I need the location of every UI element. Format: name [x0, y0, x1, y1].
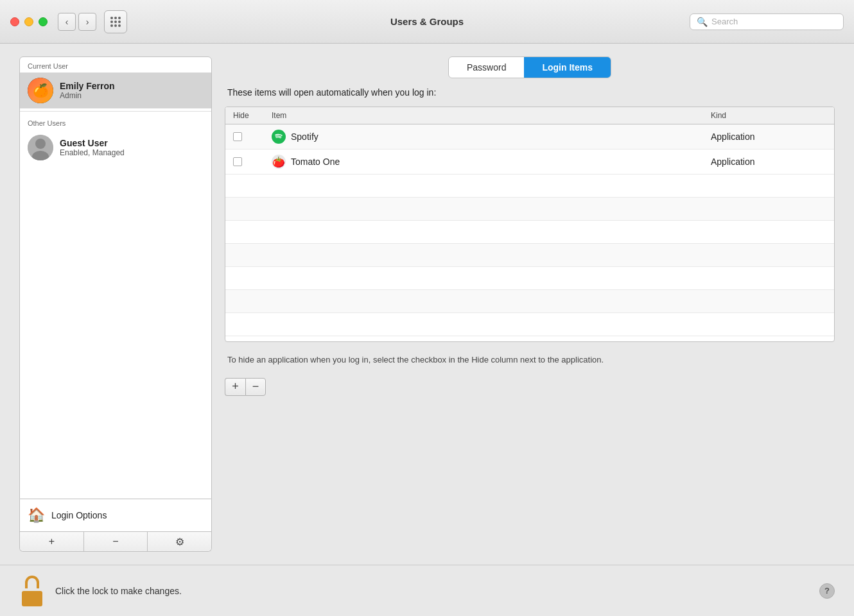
maximize-button[interactable] — [39, 17, 48, 26]
sidebar: Current User 🍊 Emily Ferron Admin Other … — [19, 56, 212, 552]
table-row: Spotify Application — [225, 124, 834, 150]
current-user-item[interactable]: 🍊 Emily Ferron Admin — [20, 73, 211, 108]
minimize-button[interactable] — [24, 17, 33, 26]
right-panel: Password Login Items These items will op… — [225, 56, 835, 552]
guest-avatar — [28, 135, 53, 160]
grid-view-button[interactable] — [104, 10, 127, 33]
tabs-container: Password Login Items — [225, 56, 835, 78]
add-user-button[interactable]: + — [20, 532, 84, 551]
guest-user-item[interactable]: Guest User Enabled, Managed — [20, 130, 211, 166]
empty-rows — [225, 175, 834, 341]
spotify-logo — [274, 132, 283, 141]
spotify-checkbox[interactable] — [233, 132, 242, 141]
sidebar-divider — [20, 111, 211, 112]
lock-body — [22, 591, 42, 606]
spotify-kind: Application — [711, 132, 826, 142]
empty-row — [225, 290, 834, 313]
emily-avatar: 🍊 — [28, 78, 53, 103]
settings-button[interactable]: ⚙ — [148, 532, 211, 551]
house-icon: 🏠 — [28, 507, 45, 524]
spotify-hide-checkbox[interactable] — [233, 132, 272, 141]
table-header: Hide Item Kind — [225, 107, 834, 124]
bottom-bar: Click the lock to make changes. ? — [0, 565, 854, 616]
window-title: Users & Groups — [390, 16, 464, 27]
col-hide-header: Hide — [233, 111, 272, 120]
emily-info: Emily Ferron Admin — [60, 81, 115, 100]
tomato-icon: 🍅 — [272, 155, 286, 169]
hide-description: To hide an application when you log in, … — [225, 351, 835, 369]
spotify-item: Spotify — [272, 130, 711, 144]
search-bar[interactable]: 🔍 — [690, 13, 844, 30]
tab-password[interactable]: Password — [449, 57, 524, 78]
login-items-description: These items will open automatically when… — [225, 87, 835, 98]
empty-row — [225, 244, 834, 267]
main-content: Current User 🍊 Emily Ferron Admin Other … — [0, 44, 854, 565]
search-input[interactable] — [711, 17, 837, 26]
add-remove-controls: + − — [225, 378, 835, 396]
remove-user-button[interactable]: − — [84, 532, 148, 551]
current-user-header: Current User — [20, 57, 211, 73]
sidebar-controls: + − ⚙ — [19, 532, 212, 552]
spotify-name: Spotify — [291, 132, 318, 142]
emily-role: Admin — [60, 91, 115, 100]
tomato-checkbox[interactable] — [233, 157, 242, 166]
empty-row — [225, 267, 834, 290]
guest-name: Guest User — [60, 138, 125, 148]
help-button[interactable]: ? — [819, 583, 835, 599]
close-button[interactable] — [10, 17, 19, 26]
traffic-lights — [10, 17, 48, 26]
emily-face-icon: 🍊 — [28, 78, 53, 103]
back-button[interactable]: ‹ — [58, 13, 76, 31]
remove-login-item-button[interactable]: − — [245, 378, 266, 396]
guest-info: Guest User Enabled, Managed — [60, 138, 125, 157]
empty-row — [225, 313, 834, 336]
tomato-hide-checkbox[interactable] — [233, 157, 272, 166]
add-login-item-button[interactable]: + — [225, 378, 245, 396]
tab-login-items[interactable]: Login Items — [524, 57, 611, 78]
sidebar-list: Current User 🍊 Emily Ferron Admin Other … — [19, 56, 212, 499]
search-icon: 🔍 — [697, 17, 708, 27]
sidebar-footer: 🏠 Login Options + − ⚙ — [19, 499, 212, 552]
guest-role: Enabled, Managed — [60, 148, 125, 157]
emily-name: Emily Ferron — [60, 81, 115, 91]
login-options-button[interactable]: 🏠 Login Options — [19, 499, 212, 532]
tabs: Password Login Items — [448, 56, 611, 78]
forward-button[interactable]: › — [78, 13, 96, 31]
nav-buttons: ‹ › — [58, 13, 96, 31]
guest-avatar-icon — [28, 135, 53, 160]
tomato-item: 🍅 Tomato One — [272, 155, 711, 169]
lock-shackle — [25, 576, 39, 588]
titlebar: ‹ › Users & Groups 🔍 — [0, 0, 854, 44]
tomato-kind: Application — [711, 157, 826, 167]
login-options-label: Login Options — [51, 510, 107, 520]
empty-row — [225, 175, 834, 198]
empty-row — [225, 198, 834, 221]
login-items-table: Hide Item Kind Spotif — [225, 107, 835, 342]
lock-icon[interactable] — [19, 576, 45, 606]
spotify-icon — [272, 130, 286, 144]
lock-label: Click the lock to make changes. — [55, 586, 182, 596]
other-users-header: Other Users — [20, 114, 211, 130]
col-kind-header: Kind — [711, 111, 826, 120]
col-item-header: Item — [272, 111, 711, 120]
empty-row — [225, 221, 834, 244]
table-row: 🍅 Tomato One Application — [225, 150, 834, 175]
svg-point-1 — [35, 139, 46, 149]
tomato-name: Tomato One — [291, 157, 340, 167]
grid-icon — [110, 17, 121, 27]
